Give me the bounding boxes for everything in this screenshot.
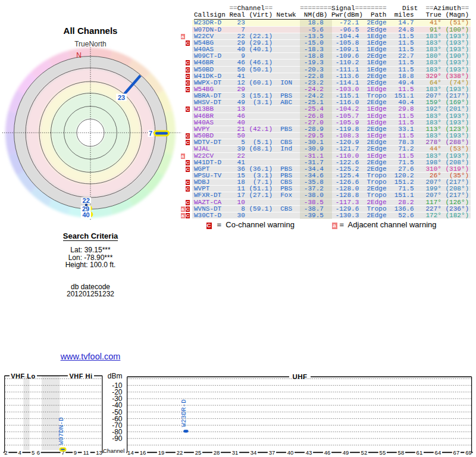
svg-text:N: N xyxy=(76,51,82,60)
svg-text:VHF Lo: VHF Lo xyxy=(11,373,36,380)
svg-text:25: 25 xyxy=(195,449,202,456)
svg-text:9: 9 xyxy=(74,449,77,456)
svg-text:23: 23 xyxy=(118,94,125,101)
svg-text:40: 40 xyxy=(287,449,294,456)
svg-text:7: 7 xyxy=(149,130,152,137)
svg-text:Channel: Channel xyxy=(103,447,125,454)
svg-text:11: 11 xyxy=(83,449,89,456)
svg-text:19: 19 xyxy=(158,449,165,456)
svg-text:6: 6 xyxy=(37,449,40,456)
svg-text:W23DR-D: W23DR-D xyxy=(180,399,187,427)
svg-text:31: 31 xyxy=(232,449,239,456)
svg-text:28: 28 xyxy=(214,449,220,456)
svg-text:W07DN-D: W07DN-D xyxy=(58,417,65,445)
svg-text:67: 67 xyxy=(453,449,460,456)
svg-text:16: 16 xyxy=(140,449,146,456)
svg-text:40: 40 xyxy=(82,211,89,218)
svg-text:49: 49 xyxy=(343,449,349,456)
svg-text:61: 61 xyxy=(416,449,423,456)
svg-text:64: 64 xyxy=(435,449,441,456)
svg-text:22: 22 xyxy=(83,197,90,204)
svg-text:69: 69 xyxy=(465,449,472,456)
svg-text:13: 13 xyxy=(96,449,102,456)
svg-text:14: 14 xyxy=(127,449,134,456)
svg-text:43: 43 xyxy=(306,449,312,456)
svg-text:22: 22 xyxy=(177,449,183,456)
svg-text:52: 52 xyxy=(361,449,368,456)
svg-text:37: 37 xyxy=(269,449,275,456)
svg-text:34: 34 xyxy=(250,449,257,456)
svg-text:58: 58 xyxy=(398,449,405,456)
svg-text:UHF: UHF xyxy=(292,373,307,380)
svg-text:55: 55 xyxy=(380,449,386,456)
svg-text:-90: -90 xyxy=(112,434,123,443)
svg-text:VHF Hi: VHF Hi xyxy=(69,373,92,380)
svg-text:dBm: dBm xyxy=(108,372,123,380)
svg-text:46: 46 xyxy=(324,449,331,456)
svg-text:4: 4 xyxy=(18,449,21,456)
svg-text:2: 2 xyxy=(4,449,7,456)
svg-text:5: 5 xyxy=(32,449,35,456)
